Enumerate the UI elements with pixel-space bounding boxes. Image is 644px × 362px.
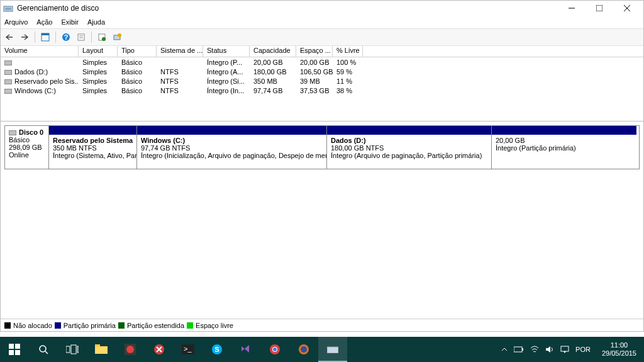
svg-point-14 bbox=[102, 37, 106, 41]
forward-button[interactable] bbox=[18, 31, 31, 43]
volume-row[interactable]: Windows (C:)SimplesBásicoNTFSÍntegro (In… bbox=[1, 86, 643, 95]
svg-rect-42 bbox=[522, 348, 523, 351]
menubar: Arquivo Ação Exibir Ajuda bbox=[1, 16, 643, 28]
tray-wifi-icon[interactable] bbox=[530, 346, 539, 353]
legend-primary: Partição primária bbox=[64, 322, 116, 329]
svg-rect-10 bbox=[78, 34, 84, 40]
col-volume[interactable]: Volume bbox=[1, 46, 79, 57]
tb-explorer[interactable] bbox=[87, 337, 116, 362]
col-espaco[interactable]: Espaço ... bbox=[296, 46, 333, 57]
legend-ext: Partição estendida bbox=[127, 322, 184, 329]
svg-rect-3 bbox=[596, 5, 602, 11]
start-button[interactable] bbox=[0, 337, 29, 362]
minimize-button[interactable] bbox=[558, 1, 586, 15]
col-layout[interactable]: Layout bbox=[79, 46, 118, 57]
svg-rect-7 bbox=[42, 33, 49, 35]
legend-ext-swatch bbox=[118, 322, 125, 329]
svg-text:S: S bbox=[214, 346, 219, 353]
col-livre[interactable]: % Livre bbox=[333, 46, 363, 57]
view-button[interactable] bbox=[39, 31, 52, 43]
tray-battery-icon[interactable] bbox=[514, 346, 524, 353]
partition[interactable]: Dados (D:)180,00 GB NTFSÍntegro (Arquivo… bbox=[327, 126, 492, 169]
col-sistema[interactable]: Sistema de ... bbox=[157, 46, 203, 57]
volume-list-pane: Volume Layout Tipo Sistema de ... Status… bbox=[1, 46, 643, 122]
tray-action-icon[interactable] bbox=[560, 346, 569, 353]
close-button[interactable] bbox=[613, 1, 641, 15]
search-button[interactable] bbox=[29, 337, 58, 362]
col-tipo[interactable]: Tipo bbox=[118, 46, 157, 57]
tb-app2[interactable] bbox=[145, 337, 174, 362]
tb-app1[interactable] bbox=[116, 337, 145, 362]
partition[interactable]: 20,00 GBÍntegro (Partição primária) bbox=[492, 126, 636, 169]
taskbar: >_ S POR 11:00 29/05/2015 bbox=[0, 337, 644, 362]
volume-row[interactable]: SimplesBásicoÍntegro (P...20,00 GB20,00 … bbox=[1, 57, 643, 67]
help-button[interactable]: ? bbox=[60, 31, 72, 43]
svg-rect-24 bbox=[71, 345, 76, 354]
menu-arquivo[interactable]: Arquivo bbox=[4, 18, 28, 26]
svg-point-21 bbox=[40, 346, 46, 352]
svg-rect-27 bbox=[95, 344, 100, 347]
tray-time: 11:00 bbox=[602, 341, 636, 349]
taskview-button[interactable] bbox=[58, 337, 87, 362]
tray-clock[interactable]: 11:00 29/05/2015 bbox=[597, 341, 641, 358]
settings-button[interactable] bbox=[111, 31, 123, 43]
menu-acao[interactable]: Ação bbox=[36, 18, 52, 26]
window-title: Gerenciamento de disco bbox=[17, 4, 558, 13]
svg-text:>_: >_ bbox=[184, 345, 192, 353]
svg-rect-20 bbox=[15, 350, 20, 355]
disk-info[interactable]: Disco 0 Básico 298,09 GB Online bbox=[5, 126, 49, 169]
legend: Não alocado Partição primária Partição e… bbox=[1, 319, 643, 331]
svg-rect-1 bbox=[5, 8, 11, 10]
disk-label: Disco 0 bbox=[19, 128, 43, 136]
tb-vs[interactable] bbox=[231, 337, 260, 362]
svg-rect-26 bbox=[95, 346, 108, 354]
tray-up-icon[interactable] bbox=[501, 346, 508, 353]
svg-rect-40 bbox=[327, 347, 338, 353]
svg-point-16 bbox=[118, 33, 121, 37]
disk-type: Básico bbox=[9, 136, 30, 144]
tray-volume-icon[interactable] bbox=[545, 346, 554, 353]
maximize-button[interactable] bbox=[586, 1, 613, 15]
volume-row[interactable]: Dados (D:)SimplesBásicoNTFSÍntegro (A...… bbox=[1, 67, 643, 76]
svg-rect-18 bbox=[15, 344, 20, 349]
tb-diskmgmt[interactable] bbox=[318, 337, 347, 362]
disk-state: Online bbox=[9, 151, 29, 159]
legend-primary-swatch bbox=[55, 322, 61, 329]
app-icon bbox=[3, 3, 13, 13]
tb-terminal[interactable]: >_ bbox=[174, 337, 203, 362]
menu-ajuda[interactable]: Ajuda bbox=[87, 18, 105, 26]
tb-chrome[interactable] bbox=[260, 337, 289, 362]
svg-text:?: ? bbox=[64, 33, 69, 41]
menu-exibir[interactable]: Exibir bbox=[61, 18, 79, 26]
col-status[interactable]: Status bbox=[203, 46, 250, 57]
svg-rect-41 bbox=[514, 347, 522, 352]
svg-rect-19 bbox=[9, 350, 14, 355]
tb-firefox[interactable] bbox=[289, 337, 318, 362]
volume-list-header: Volume Layout Tipo Sistema de ... Status… bbox=[1, 46, 643, 57]
svg-rect-25 bbox=[77, 346, 79, 353]
disk-icon bbox=[9, 130, 16, 135]
tb-skype[interactable]: S bbox=[203, 337, 231, 362]
partition[interactable]: Reservado pelo Sistema350 MB NTFSÍntegro… bbox=[49, 126, 137, 169]
svg-line-22 bbox=[45, 351, 48, 354]
properties-button[interactable] bbox=[75, 31, 87, 43]
legend-free: Espaço livre bbox=[196, 322, 233, 329]
svg-rect-23 bbox=[66, 346, 70, 353]
refresh-button[interactable] bbox=[96, 31, 108, 43]
volume-row[interactable]: Reservado pelo Sis...SimplesBásicoNTFSÍn… bbox=[1, 76, 643, 86]
svg-rect-43 bbox=[561, 346, 569, 351]
partition[interactable]: Windows (C:)97,74 GB NTFSÍntegro (Inicia… bbox=[137, 126, 327, 169]
legend-free-swatch bbox=[187, 322, 193, 329]
tray-lang[interactable]: POR bbox=[575, 346, 591, 353]
disk-map-pane: Disco 0 Básico 298,09 GB Online Reservad… bbox=[1, 122, 643, 173]
back-button[interactable] bbox=[3, 31, 16, 43]
svg-point-37 bbox=[273, 348, 277, 351]
legend-unalloc-swatch bbox=[4, 322, 11, 329]
toolbar: ? bbox=[1, 28, 643, 46]
tray-date: 29/05/2015 bbox=[602, 349, 636, 358]
svg-point-39 bbox=[301, 346, 307, 353]
col-capacidade[interactable]: Capacidade bbox=[250, 46, 296, 57]
legend-unalloc: Não alocado bbox=[13, 322, 52, 329]
svg-point-29 bbox=[126, 346, 134, 353]
disk-size: 298,09 GB bbox=[9, 144, 42, 151]
